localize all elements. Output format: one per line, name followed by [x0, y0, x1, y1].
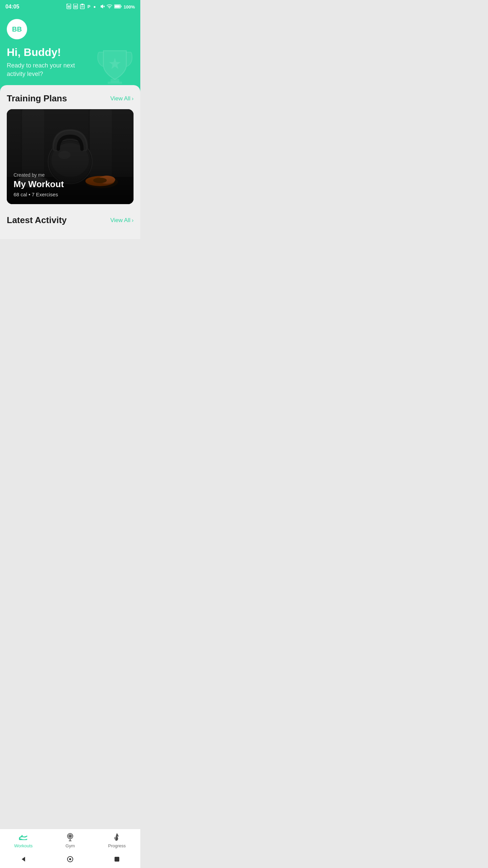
header-section: BB Hi, Buddy! Ready to reach your next a…: [0, 14, 140, 92]
battery-percent: 100%: [124, 4, 135, 9]
svg-rect-15: [121, 6, 121, 7]
latest-activity-title: Latest Activity: [7, 215, 67, 225]
card-title: My Workout: [14, 179, 64, 190]
card-creator: Created by me: [14, 172, 64, 178]
training-plans-section: Training Plans View All ›: [7, 93, 134, 204]
svg-rect-4: [74, 5, 77, 8]
card-meta: 68 cal • 7 Exercises: [14, 192, 64, 197]
latest-activity-section: Latest Activity View All ›: [7, 215, 134, 225]
wifi-icon: [107, 4, 112, 9]
latest-activity-header: Latest Activity View All ›: [7, 215, 134, 225]
avatar-initials: BB: [12, 25, 22, 33]
latest-activity-view-all[interactable]: View All ›: [110, 217, 134, 224]
training-card[interactable]: Created by me My Workout 68 cal • 7 Exer…: [7, 109, 134, 204]
battery-icon: [114, 4, 122, 9]
signal-icon: [73, 4, 78, 10]
p-icon: P: [87, 4, 92, 10]
dot-icon: ●: [94, 4, 96, 9]
training-plans-view-all[interactable]: View All ›: [110, 95, 134, 102]
trophy-icon: [96, 48, 134, 85]
status-time: 04:05: [5, 4, 19, 10]
view-all-arrow: ›: [132, 96, 134, 102]
greeting-subtitle: Ready to reach your next activity level?: [7, 61, 89, 78]
svg-rect-1: [67, 5, 70, 8]
mute-icon: [100, 4, 105, 10]
svg-rect-14: [115, 5, 120, 7]
svg-rect-6: [81, 4, 83, 5]
sim-icon: [66, 4, 71, 10]
clipboard-icon: [80, 4, 85, 10]
svg-rect-17: [108, 82, 122, 84]
svg-text:P: P: [87, 4, 90, 9]
avatar[interactable]: BB: [7, 19, 27, 39]
card-content: Created by me My Workout 68 cal • 7 Exer…: [14, 172, 64, 197]
status-bar: 04:05: [0, 0, 140, 14]
main-content: Training Plans View All ›: [0, 85, 140, 239]
status-icons: P ●: [66, 4, 135, 10]
training-plans-header: Training Plans View All ›: [7, 93, 134, 104]
training-plans-title: Training Plans: [7, 93, 67, 104]
latest-activity-arrow: ›: [132, 217, 134, 223]
svg-point-12: [109, 8, 110, 8]
